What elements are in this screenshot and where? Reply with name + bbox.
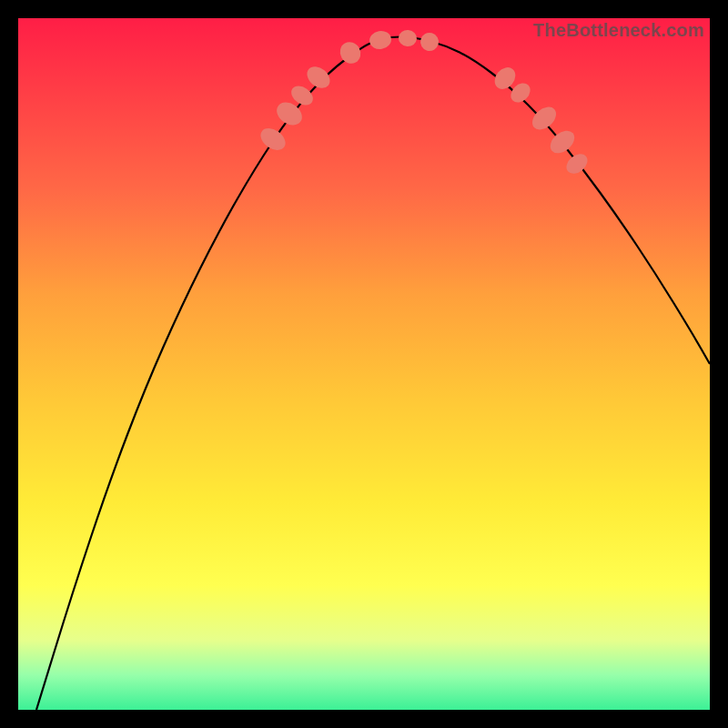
plot-area: TheBottleneck.com (18, 18, 710, 710)
curve-svg (18, 18, 710, 710)
chart-frame: TheBottleneck.com (0, 0, 728, 728)
bottleneck-curve-path (36, 37, 710, 711)
